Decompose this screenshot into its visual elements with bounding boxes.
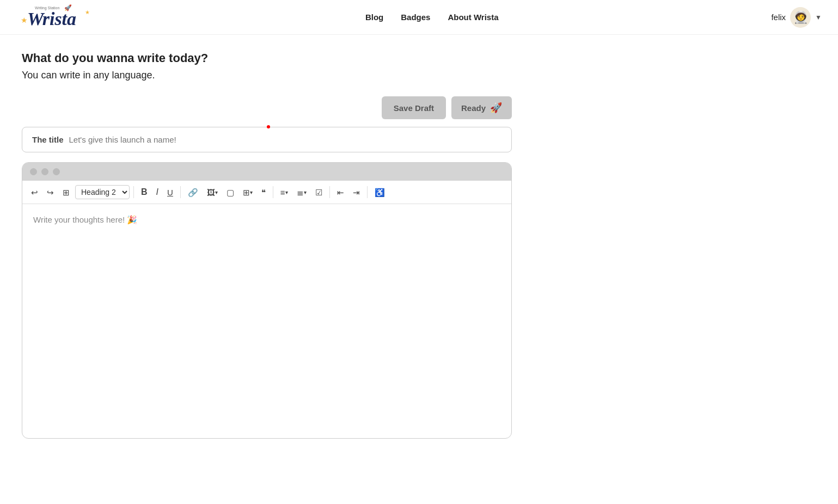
title-required-dot xyxy=(267,125,270,128)
undo-button[interactable]: ↩ xyxy=(28,186,41,199)
video-icon: ▢ xyxy=(227,188,234,196)
toolbar-separator-1 xyxy=(133,186,134,198)
video-button[interactable]: ▢ xyxy=(223,186,237,199)
link-button[interactable]: 🔗 xyxy=(185,186,201,199)
ordered-list-dropdown-arrow: ▾ xyxy=(304,189,307,195)
toolbar-separator-5 xyxy=(367,186,368,198)
rocket-icon: 🚀 xyxy=(490,102,502,114)
ready-label: Ready xyxy=(461,103,486,113)
outdent-icon: ⇤ xyxy=(337,188,344,196)
nav-link-badges[interactable]: Badges xyxy=(401,13,430,22)
title-label: The title xyxy=(32,135,64,144)
table-icon: ⊞ xyxy=(243,188,250,196)
page-subheadline: You can write in any language. xyxy=(22,70,512,81)
title-input[interactable] xyxy=(69,135,501,144)
underline-icon: U xyxy=(167,188,173,197)
traffic-light-red xyxy=(30,168,37,175)
indent-button[interactable]: ⇥ xyxy=(350,186,363,199)
svg-text:Wrista: Wrista xyxy=(27,9,76,29)
italic-icon: I xyxy=(156,187,158,197)
traffic-light-yellow xyxy=(41,168,48,175)
underline-button[interactable]: U xyxy=(164,186,176,199)
nav-link-blog[interactable]: Blog xyxy=(365,13,383,22)
editor-traffic-lights xyxy=(22,163,511,181)
italic-button[interactable]: I xyxy=(153,185,162,199)
svg-text:Writing Station: Writing Station xyxy=(35,6,59,10)
logo-svg: ★ ★ 🚀 Wrista Writing Station xyxy=(16,2,93,33)
redo-button[interactable]: ↪ xyxy=(44,186,57,199)
action-bar: Save Draft Ready 🚀 xyxy=(22,96,512,119)
checklist-icon: ☑ xyxy=(315,188,322,196)
checklist-button[interactable]: ☑ xyxy=(312,186,326,199)
link-icon: 🔗 xyxy=(188,188,198,196)
main-content: What do you wanna write today? You can w… xyxy=(0,35,534,455)
redo-icon: ↪ xyxy=(47,188,54,196)
accessibility-button[interactable]: ♿ xyxy=(371,186,388,199)
toolbar-separator-4 xyxy=(329,186,330,198)
accessibility-icon: ♿ xyxy=(375,188,385,196)
logo[interactable]: ★ ★ 🚀 Wrista Writing Station xyxy=(16,2,93,33)
heading-select[interactable]: Heading 1 Heading 2 Heading 3 Paragraph xyxy=(75,185,130,199)
block-format-button[interactable]: ⊞ xyxy=(59,186,73,199)
image-dropdown-arrow: ▾ xyxy=(215,189,218,195)
traffic-light-green xyxy=(53,168,60,175)
image-icon: 🖼 xyxy=(207,188,215,196)
editor-wrapper: ↩ ↪ ⊞ Heading 1 Heading 2 Heading 3 Para… xyxy=(22,162,512,439)
page-headline: What do you wanna write today? xyxy=(22,51,512,65)
navigation: ★ ★ 🚀 Wrista Writing Station Blog Badges… xyxy=(0,0,838,35)
bullet-list-icon: ≡ xyxy=(280,188,285,196)
nav-links: Blog Badges About Wrista xyxy=(365,13,499,22)
ordered-list-button[interactable]: ≣ ▾ xyxy=(293,186,310,199)
ready-button[interactable]: Ready 🚀 xyxy=(451,96,512,119)
svg-text:★: ★ xyxy=(85,9,90,15)
user-avatar: 🧑‍🚀 xyxy=(790,7,811,28)
toolbar-separator-3 xyxy=(273,186,273,198)
blockquote-icon: ❝ xyxy=(261,188,266,196)
save-draft-button[interactable]: Save Draft xyxy=(382,96,446,119)
undo-icon: ↩ xyxy=(31,188,38,196)
user-name: felix xyxy=(771,13,786,22)
table-button[interactable]: ⊞ ▾ xyxy=(240,186,256,199)
bullet-list-button[interactable]: ≡ ▾ xyxy=(277,186,291,199)
ordered-list-icon: ≣ xyxy=(297,188,304,196)
editor-toolbar: ↩ ↪ ⊞ Heading 1 Heading 2 Heading 3 Para… xyxy=(22,181,511,204)
blockquote-button[interactable]: ❝ xyxy=(258,186,269,199)
indent-icon: ⇥ xyxy=(353,188,360,196)
bullet-list-dropdown-arrow: ▾ xyxy=(285,189,288,195)
editor-placeholder: Write your thoughts here! 🎉 xyxy=(33,215,500,225)
bold-button[interactable]: B xyxy=(138,185,151,199)
toolbar-separator-2 xyxy=(180,186,181,198)
user-menu-chevron-icon: ▼ xyxy=(815,14,822,21)
title-field-wrapper: The title xyxy=(22,127,512,152)
image-button[interactable]: 🖼 ▾ xyxy=(204,186,221,199)
block-format-icon: ⊞ xyxy=(63,188,70,196)
bold-icon: B xyxy=(141,187,148,197)
outdent-button[interactable]: ⇤ xyxy=(334,186,347,199)
nav-link-about[interactable]: About Wrista xyxy=(448,13,498,22)
table-dropdown-arrow: ▾ xyxy=(250,189,253,195)
editor-content-area[interactable]: Write your thoughts here! 🎉 xyxy=(22,204,511,438)
user-menu[interactable]: felix 🧑‍🚀 ▼ xyxy=(771,7,822,28)
